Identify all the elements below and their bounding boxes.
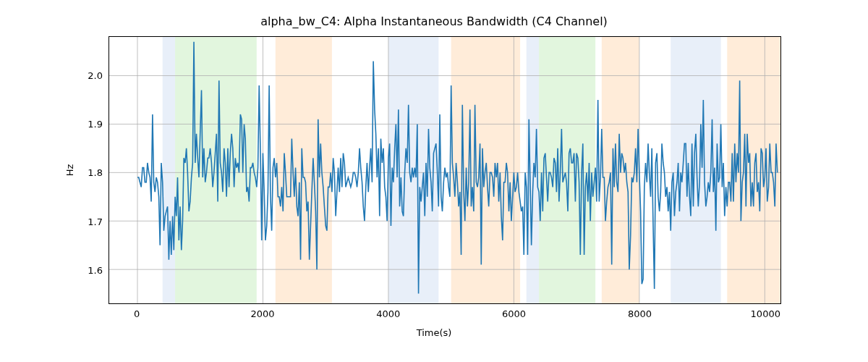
plot-svg xyxy=(109,37,780,303)
x-axis-label: Time(s) xyxy=(0,327,868,338)
y-tick-label: 1.7 xyxy=(88,216,103,227)
x-tick-label: 10000 xyxy=(751,308,780,319)
y-axis-label: Hz xyxy=(64,164,75,177)
y-tick-label: 2.0 xyxy=(88,70,103,80)
shaded-band xyxy=(163,37,175,303)
y-tick-label: 1.9 xyxy=(88,119,103,130)
shaded-band xyxy=(388,37,438,303)
x-tick-label: 2000 xyxy=(250,308,274,319)
shaded-band xyxy=(539,37,595,303)
x-tick-label: 4000 xyxy=(376,308,400,319)
chart-title: alpha_bw_C4: Alpha Instantaneous Bandwid… xyxy=(0,14,868,28)
y-tick-label: 1.6 xyxy=(88,264,103,275)
x-tick-label: 6000 xyxy=(502,308,526,319)
figure: alpha_bw_C4: Alpha Instantaneous Bandwid… xyxy=(0,0,868,362)
x-tick-label: 8000 xyxy=(628,308,652,319)
plot-area xyxy=(109,36,781,304)
y-tick-label: 1.8 xyxy=(88,167,103,178)
x-tick-label: 0 xyxy=(134,308,140,319)
